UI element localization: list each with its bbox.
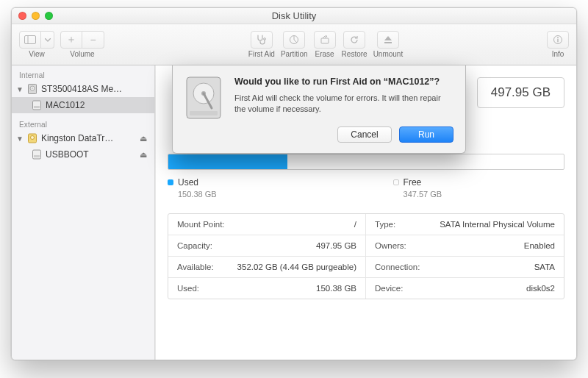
usage-used-segment xyxy=(168,154,287,169)
svg-point-15 xyxy=(31,136,35,140)
close-window-button[interactable] xyxy=(18,12,26,20)
svg-rect-0 xyxy=(25,36,36,44)
toolbar-firstaid-label: First Aid xyxy=(248,50,275,58)
info-mountpoint-key: Mount Point: xyxy=(177,220,225,229)
legend-used-value: 150.38 GB xyxy=(168,190,217,199)
erase-icon xyxy=(320,35,330,45)
svg-rect-4 xyxy=(321,38,329,43)
run-button-label: Run xyxy=(418,129,434,140)
cancel-button[interactable]: Cancel xyxy=(337,126,392,143)
toolbar: View ＋ − Volume First Aid Partition Eras… xyxy=(12,24,576,65)
info-type-key: Type: xyxy=(375,220,395,229)
legend-used: Used 150.38 GB xyxy=(168,177,217,199)
swatch-free-icon xyxy=(393,179,399,185)
toolbar-erase-label: Erase xyxy=(315,50,334,58)
sidebar-header-external: External xyxy=(12,118,154,130)
titlebar: Disk Utility xyxy=(12,8,576,24)
svg-rect-21 xyxy=(190,111,218,115)
svg-rect-16 xyxy=(33,150,41,159)
toolbar-partition-label: Partition xyxy=(281,50,308,58)
view-menu-button[interactable] xyxy=(41,31,54,49)
toolbar-volume-label: Volume xyxy=(70,50,94,58)
dialog-title: Would you like to run First Aid on “MAC1… xyxy=(234,76,453,88)
sidebar-item-internal-disk[interactable]: ▼ ST3500418AS Me… xyxy=(12,81,154,97)
restore-button[interactable] xyxy=(343,31,365,49)
pie-icon xyxy=(289,35,299,45)
info-mountpoint-value: / xyxy=(354,220,356,229)
legend-used-label: Used xyxy=(178,177,198,188)
volume-remove-button[interactable]: − xyxy=(82,31,104,49)
toolbar-view-group: View xyxy=(19,31,54,58)
toolbar-volume-group: ＋ − Volume xyxy=(60,31,104,58)
view-button[interactable] xyxy=(19,31,41,49)
sidebar-header-internal: Internal xyxy=(12,68,154,81)
info-available-value: 352.02 GB (4.44 GB purgeable) xyxy=(237,263,356,271)
swatch-used-icon xyxy=(168,179,173,185)
volume-add-button[interactable]: ＋ xyxy=(60,31,82,49)
info-connection-value: SATA xyxy=(534,263,555,271)
info-available-key: Available: xyxy=(177,263,214,271)
capacity-box: 497.95 GB xyxy=(477,77,564,108)
minimize-window-button[interactable] xyxy=(32,12,40,20)
info-used-key: Used: xyxy=(177,284,199,293)
chevron-down-icon xyxy=(45,38,51,42)
svg-rect-8 xyxy=(557,39,558,43)
window-controls xyxy=(18,12,53,20)
usage-free-segment xyxy=(287,154,564,169)
svg-rect-12 xyxy=(33,101,41,110)
hdd-large-icon xyxy=(183,76,224,117)
disk-utility-window: Disk Utility View ＋ xyxy=(11,7,577,360)
info-capacity-key: Capacity: xyxy=(177,241,212,250)
eject-icon xyxy=(384,35,392,44)
toolbar-info-label: Info xyxy=(552,50,564,58)
sidebar-item-external-volume[interactable]: USBBOOT ⏏ xyxy=(12,146,154,163)
usage-bar xyxy=(168,154,564,170)
info-type-value: SATA Internal Physical Volume xyxy=(440,220,555,229)
first-aid-button[interactable] xyxy=(251,31,273,49)
info-connection-key: Connection: xyxy=(375,263,420,271)
sidebar: Internal ▼ ST3500418AS Me… MAC1012 Exter… xyxy=(12,65,155,360)
disclosure-triangle-icon[interactable]: ▼ xyxy=(16,135,24,143)
svg-rect-5 xyxy=(384,42,392,43)
sidebar-item-internal-volume[interactable]: MAC1012 xyxy=(12,97,154,113)
capacity-value: 497.95 GB xyxy=(491,85,551,99)
eject-icon[interactable]: ⏏ xyxy=(140,150,150,160)
zoom-window-button[interactable] xyxy=(45,12,53,20)
sidebar-item-label: MAC1012 xyxy=(46,100,150,110)
legend-free-value: 347.57 GB xyxy=(393,190,442,199)
stethoscope-icon xyxy=(256,35,268,45)
sidebar-icon xyxy=(24,35,36,44)
info-device-key: Device: xyxy=(375,284,403,293)
info-capacity-value: 497.95 GB xyxy=(316,241,356,250)
toolbar-view-label: View xyxy=(29,50,45,58)
svg-rect-17 xyxy=(34,155,40,157)
toolbar-restore-label: Restore xyxy=(342,50,368,58)
info-icon xyxy=(553,35,563,45)
info-owners-key: Owners: xyxy=(375,241,406,250)
info-button[interactable] xyxy=(547,31,569,49)
svg-point-2 xyxy=(263,38,265,40)
sidebar-item-external-disk[interactable]: ▼ Kingston DataTr… ⏏ xyxy=(12,130,154,146)
info-device-value: disk0s2 xyxy=(526,284,555,293)
svg-point-11 xyxy=(32,88,33,89)
svg-point-7 xyxy=(557,37,559,38)
info-used-value: 150.38 GB xyxy=(316,284,356,293)
info-owners-value: Enabled xyxy=(524,241,555,250)
sidebar-item-label: ST3500418AS Me… xyxy=(41,84,150,94)
disclosure-triangle-icon[interactable]: ▼ xyxy=(16,85,24,93)
first-aid-dialog: Would you like to run First Aid on “MAC1… xyxy=(172,65,466,154)
toolbar-unmount-label: Unmount xyxy=(373,50,404,58)
external-hdd-icon xyxy=(26,132,38,144)
legend-free-label: Free xyxy=(404,177,422,188)
volume-info-grid: Mount Point:/ Type:SATA Internal Physica… xyxy=(168,213,564,299)
eject-icon[interactable]: ⏏ xyxy=(140,134,150,143)
run-button[interactable]: Run xyxy=(399,126,453,143)
window-title: Disk Utility xyxy=(12,10,576,21)
plus-icon: ＋ xyxy=(66,33,76,46)
partition-button[interactable] xyxy=(283,31,305,49)
unmount-button[interactable] xyxy=(377,31,399,49)
dialog-message: First Aid will check the volume for erro… xyxy=(234,93,453,115)
erase-button[interactable] xyxy=(314,31,336,49)
volume-icon xyxy=(31,99,43,111)
volume-icon xyxy=(31,149,43,160)
